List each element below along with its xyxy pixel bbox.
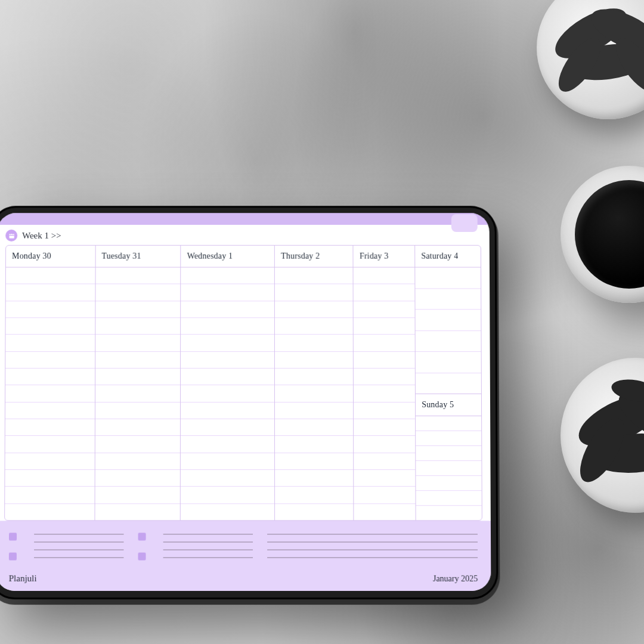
time-slot[interactable] — [275, 419, 353, 436]
checkbox[interactable] — [9, 532, 17, 540]
time-slot[interactable] — [181, 268, 275, 284]
checkbox[interactable] — [138, 532, 146, 540]
time-slot[interactable] — [275, 335, 353, 351]
time-slot[interactable] — [181, 402, 274, 419]
time-slot[interactable] — [181, 470, 274, 487]
time-slot[interactable] — [354, 301, 415, 318]
time-slot[interactable] — [416, 309, 481, 330]
day-slots[interactable] — [95, 268, 180, 521]
time-slot[interactable] — [416, 373, 481, 394]
time-slot[interactable] — [95, 504, 180, 520]
time-slot[interactable] — [6, 301, 95, 318]
time-slot[interactable] — [354, 419, 416, 436]
day-header[interactable]: Sunday 5 — [416, 394, 481, 416]
time-slot[interactable] — [181, 436, 274, 453]
time-slot[interactable] — [416, 461, 481, 476]
time-slot[interactable] — [275, 504, 354, 520]
time-slot[interactable] — [354, 470, 416, 487]
day-header[interactable]: Friday 3 — [354, 246, 415, 268]
time-slot[interactable] — [354, 369, 415, 385]
time-slot[interactable] — [5, 352, 95, 369]
time-slot[interactable] — [416, 352, 481, 373]
day-column-friday[interactable]: Friday 3 — [354, 246, 416, 521]
time-slot[interactable] — [354, 436, 416, 453]
checkbox[interactable] — [138, 553, 145, 561]
time-slot[interactable] — [181, 385, 274, 402]
time-slot[interactable] — [5, 487, 94, 503]
time-slot[interactable] — [416, 431, 481, 446]
time-slot[interactable] — [275, 470, 353, 487]
time-slot[interactable] — [181, 369, 274, 385]
todo-lines[interactable] — [163, 531, 253, 558]
time-slot[interactable] — [181, 335, 274, 351]
day-slots[interactable] — [354, 268, 416, 521]
time-slot[interactable] — [5, 504, 94, 520]
time-slot[interactable] — [181, 419, 274, 436]
day-slots[interactable] — [181, 268, 274, 521]
time-slot[interactable] — [275, 385, 353, 402]
page-tab[interactable] — [451, 214, 478, 232]
time-slot[interactable] — [95, 436, 181, 453]
time-slot[interactable] — [95, 352, 181, 369]
time-slot[interactable] — [5, 369, 95, 385]
time-slot[interactable] — [275, 284, 353, 301]
time-slot[interactable] — [5, 470, 94, 487]
day-slots[interactable] — [415, 268, 481, 394]
time-slot[interactable] — [416, 491, 482, 506]
day-header[interactable]: Monday 30 — [6, 246, 95, 268]
todo-lines[interactable] — [34, 531, 124, 558]
time-slot[interactable] — [354, 318, 415, 335]
time-slot[interactable] — [95, 318, 180, 335]
day-header[interactable]: Wednesday 1 — [181, 246, 275, 268]
time-slot[interactable] — [181, 453, 274, 470]
day-column-weekend[interactable]: Saturday 4 Sunday 5 — [415, 246, 482, 521]
time-slot[interactable] — [181, 352, 274, 369]
time-slot[interactable] — [416, 446, 481, 461]
time-slot[interactable] — [5, 436, 95, 453]
day-header[interactable]: Saturday 4 — [415, 246, 481, 268]
day-header[interactable]: Tuesday 31 — [95, 246, 180, 268]
time-slot[interactable] — [95, 284, 180, 301]
time-slot[interactable] — [354, 352, 415, 369]
time-slot[interactable] — [181, 504, 274, 520]
time-slot[interactable] — [95, 385, 181, 402]
time-slot[interactable] — [95, 268, 180, 284]
time-slot[interactable] — [181, 301, 275, 318]
time-slot[interactable] — [354, 385, 415, 402]
time-slot[interactable] — [354, 402, 415, 419]
time-slot[interactable] — [5, 453, 95, 470]
time-slot[interactable] — [5, 335, 95, 351]
time-slot[interactable] — [415, 268, 481, 289]
time-slot[interactable] — [181, 284, 275, 301]
time-slot[interactable] — [354, 453, 416, 470]
time-slot[interactable] — [275, 318, 353, 335]
day-column-wednesday[interactable]: Wednesday 1 — [181, 246, 275, 521]
time-slot[interactable] — [416, 506, 482, 520]
day-column-thursday[interactable]: Thursday 2 — [275, 246, 354, 521]
time-slot[interactable] — [354, 487, 416, 503]
time-slot[interactable] — [275, 268, 353, 284]
time-slot[interactable] — [95, 335, 181, 351]
time-slot[interactable] — [181, 487, 274, 503]
day-header[interactable]: Thursday 2 — [275, 246, 353, 268]
day-slots[interactable] — [416, 416, 482, 520]
time-slot[interactable] — [275, 436, 353, 453]
time-slot[interactable] — [416, 416, 481, 431]
time-slot[interactable] — [416, 476, 482, 491]
day-slots[interactable] — [275, 268, 354, 521]
time-slot[interactable] — [354, 504, 416, 520]
time-slot[interactable] — [95, 369, 181, 385]
time-slot[interactable] — [275, 402, 353, 419]
time-slot[interactable] — [275, 301, 353, 318]
week-label[interactable]: Week 1 >> — [22, 231, 61, 241]
time-slot[interactable] — [95, 419, 181, 436]
time-slot[interactable] — [354, 335, 415, 351]
time-slot[interactable] — [5, 385, 95, 402]
day-column-tuesday[interactable]: Tuesday 31 — [95, 246, 181, 521]
time-slot[interactable] — [95, 453, 180, 470]
time-slot[interactable] — [354, 284, 415, 301]
time-slot[interactable] — [95, 470, 180, 487]
time-slot[interactable] — [5, 402, 95, 419]
time-slot[interactable] — [6, 268, 95, 284]
time-slot[interactable] — [416, 331, 481, 352]
